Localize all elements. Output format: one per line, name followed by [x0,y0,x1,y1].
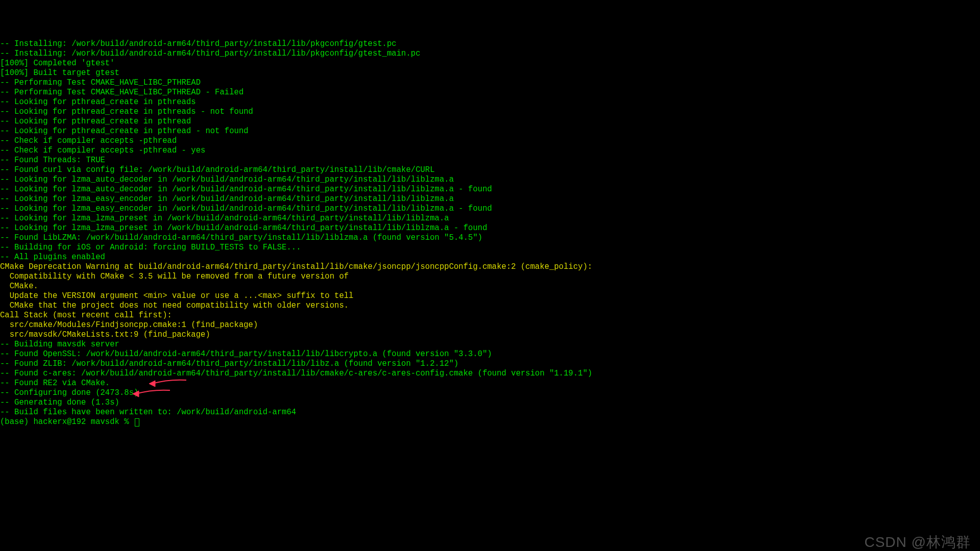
output-line: -- Check if compiler accepts -pthread [0,136,980,146]
terminal-output[interactable]: -- Installing: /work/build/android-arm64… [0,39,980,427]
warning-line: CMake. [0,282,980,291]
output-line: -- Looking for pthread_create in pthread… [0,107,980,117]
output-line: -- Found curl via config file: /work/bui… [0,165,980,175]
output-line: -- Looking for lzma_auto_decoder in /wor… [0,185,980,194]
output-line: -- Looking for lzma_lzma_preset in /work… [0,214,980,223]
output-line: -- Installing: /work/build/android-arm64… [0,39,980,49]
output-line: -- Found LibLZMA: /work/build/android-ar… [0,233,980,243]
output-line: -- Found c-ares: /work/build/android-arm… [0,369,980,379]
warning-line: Compatibility with CMake < 3.5 will be r… [0,272,980,282]
warning-line: Update the VERSION argument <min> value … [0,291,980,301]
annotation-arrow-2 [132,388,173,399]
cursor-icon [135,418,139,427]
output-line: -- Performing Test CMAKE_HAVE_LIBC_PTHRE… [0,88,980,97]
output-line: -- Building mavsdk server [0,340,980,349]
output-line: -- Looking for lzma_easy_encoder in /wor… [0,194,980,204]
watermark: CSDN @林鸿群 [864,537,971,547]
output-line: -- Found Threads: TRUE [0,156,980,165]
output-line: -- Build files have been written to: /wo… [0,408,980,417]
output-line: -- Performing Test CMAKE_HAVE_LIBC_PTHRE… [0,78,980,88]
output-line: -- Check if compiler accepts -pthread - … [0,146,980,156]
output-line: -- Found ZLIB: /work/build/android-arm64… [0,359,980,369]
warning-line: src/mavsdk/CMakeLists.txt:9 (find_packag… [0,330,980,340]
output-line: -- Building for iOS or Android: forcing … [0,243,980,253]
warning-line: src/cmake/Modules/Findjsoncpp.cmake:1 (f… [0,320,980,330]
output-line: -- Found OpenSSL: /work/build/android-ar… [0,349,980,359]
annotation-arrow-1 [148,378,189,389]
output-line: -- Found RE2 via CMake. [0,379,980,388]
output-line: -- Looking for lzma_easy_encoder in /wor… [0,204,980,214]
warning-line: Call Stack (most recent call first): [0,311,980,320]
warning-line: CMake Deprecation Warning at build/andro… [0,262,980,272]
output-line: -- Generating done (1.3s) [0,398,980,408]
output-line: -- Looking for lzma_auto_decoder in /wor… [0,175,980,185]
output-line: -- Installing: /work/build/android-arm64… [0,49,980,59]
output-line: -- Looking for lzma_lzma_preset in /work… [0,223,980,233]
output-line: -- Looking for pthread_create in pthread [0,117,980,127]
output-line: -- Looking for pthread_create in pthread… [0,97,980,107]
output-line: -- All plugins enabled [0,253,980,262]
svg-marker-1 [133,391,139,397]
warning-line: CMake that the project does not need com… [0,301,980,311]
shell-prompt[interactable]: (base) hackerx@192 mavsdk % [0,417,980,427]
output-line: [100%] Completed 'gtest' [0,59,980,68]
svg-marker-0 [149,381,155,387]
output-line: -- Looking for pthread_create in pthread… [0,127,980,136]
output-line: [100%] Built target gtest [0,68,980,78]
